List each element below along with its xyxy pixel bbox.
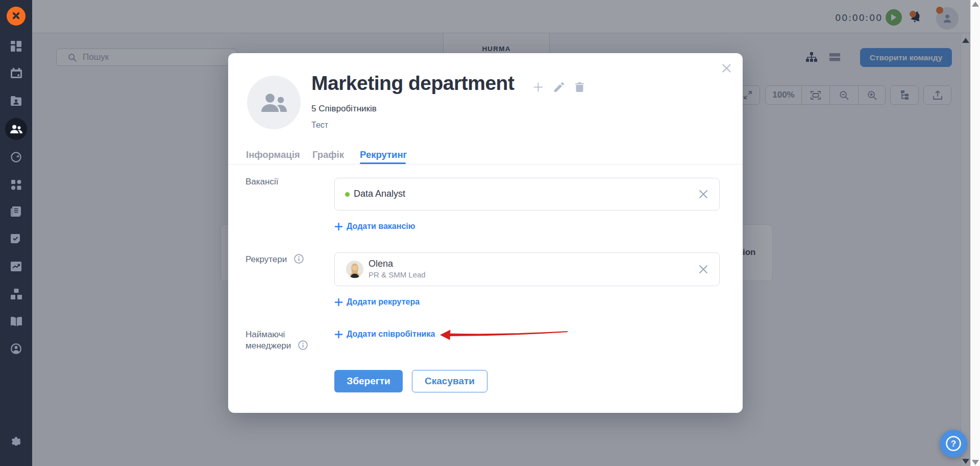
add-hiring-manager-label: Додати співробітника [347,330,435,339]
employee-folder-icon [11,96,21,106]
sidebar-item-teams-active[interactable] [5,118,27,140]
remove-icon [699,265,708,274]
annotation-arrow [436,326,572,344]
add-icon[interactable] [533,82,543,92]
recruiter-photo [346,261,363,278]
team-details-modal: Marketing department 5 Співробітників Те… [228,53,743,413]
sidebar-item-employees[interactable] [0,90,32,111]
add-vacancy-link[interactable]: Додати вакансію [334,222,415,231]
vacancy-name: Data Analyst [354,189,405,199]
sidebar [0,0,32,466]
team-avatar [247,76,301,129]
add-recruiter-label: Додати рекрутера [347,297,420,307]
save-button[interactable]: Зберегти [334,370,403,392]
org-blocks-icon [11,289,22,299]
recruiters-label-text: Рекрутери [246,254,287,264]
help-button[interactable]: ? [940,430,967,457]
plus-icon [334,330,343,339]
delete-icon[interactable] [575,82,584,92]
hurma-logo[interactable] [7,7,26,26]
news-icon [11,206,21,217]
chart-icon [11,262,21,271]
gauge-icon [11,152,21,162]
sidebar-item-company[interactable] [0,283,32,305]
remove-vacancy-button[interactable] [699,190,708,199]
modal-close-button[interactable] [722,64,731,73]
book-icon [11,317,22,327]
recruiters-label: Рекрутери [246,254,304,266]
close-icon [722,64,731,73]
sidebar-item-profile[interactable] [0,338,32,359]
hiring-managers-label: Наймаючі менеджери [246,329,308,353]
plus-icon [334,298,343,307]
tab-information[interactable]: Інформація [246,149,300,160]
tasks-icon [11,234,21,245]
recruiter-name: Olena [369,259,393,269]
sidebar-item-news[interactable] [0,201,32,222]
sidebar-item-knowledge[interactable] [0,311,32,332]
team-title: Marketing department [311,72,514,95]
edit-icon[interactable] [554,82,564,92]
page-scroll-down-arrow[interactable] [972,460,979,465]
help-question-mark: ? [951,439,956,449]
tab-recruiting[interactable]: Рекрутинг [360,149,407,160]
help-icon: ? [944,434,963,453]
gear-icon [11,435,21,446]
add-recruiter-link[interactable]: Додати рекрутера [334,297,420,307]
active-tab-underline [360,162,406,164]
hurma-logo-icon [10,10,22,22]
recruiters-info-icon[interactable] [294,254,304,266]
dashboard-icon [11,41,21,52]
add-hiring-manager-link[interactable]: Додати співробітника [334,330,435,339]
add-vacancy-label: Додати вакансію [347,222,415,231]
vacancy-item: Data Analyst [334,178,720,211]
employee-count: 5 Співробітників [311,104,377,114]
team-avatar-icon [261,93,287,112]
page-scroll-up-arrow[interactable] [972,2,979,7]
hiring-managers-info-icon[interactable] [298,340,308,353]
recruiter-photo-image [346,261,363,278]
sidebar-item-calendar[interactable] [0,62,32,84]
team-description: Тест [311,121,328,130]
sidebar-item-recruiting[interactable] [0,174,32,195]
sidebar-item-performance[interactable] [0,146,32,168]
page-scrollbar[interactable] [970,0,980,466]
sidebar-item-settings[interactable] [0,429,32,451]
recruiting-icon [11,179,22,190]
recruiter-role: PR & SMM Lead [369,270,426,279]
sidebar-item-tasks[interactable] [0,228,32,250]
modal-tabs: Інформація Графік Рекрутинг [228,149,743,165]
cancel-button[interactable]: Скасувати [412,370,487,392]
recruiter-item: Olena PR & SMM Lead [334,252,720,286]
plus-icon [334,222,343,231]
sidebar-item-reports[interactable] [0,255,32,277]
sidebar-item-dashboard[interactable] [0,35,32,57]
teams-icon [10,125,22,134]
hiring-managers-label-line1: Наймаючі [246,330,285,339]
remove-recruiter-button[interactable] [699,265,708,274]
calendar-icon [11,68,22,78]
hiring-managers-label-line2: менеджери [246,341,291,351]
profile-circle-icon [11,343,21,354]
vacancies-label: Вакансії [246,177,278,187]
tab-schedule[interactable]: Графік [312,149,344,160]
remove-icon [699,190,708,199]
vacancy-status-dot [345,192,350,197]
